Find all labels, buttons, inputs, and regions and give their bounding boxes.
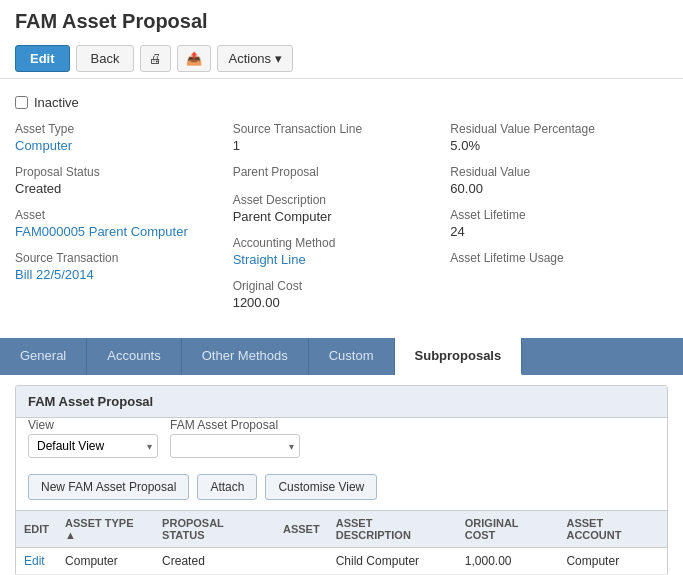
subproposals-table: EDIT ASSET TYPE ▲ PROPOSAL STATUS ASSET … xyxy=(16,510,667,575)
residual-value-pct-label: Residual Value Percentage xyxy=(450,122,658,136)
asset-type-group: Asset Type Computer xyxy=(15,118,233,161)
asset-type-value[interactable]: Computer xyxy=(15,138,72,153)
export-button-top[interactable]: 📤 xyxy=(177,45,211,72)
fam-select-wrap: ▾ xyxy=(170,434,300,458)
col-header-asset-description: ASSET DESCRIPTION xyxy=(328,511,457,548)
asset-lifetime-label: Asset Lifetime xyxy=(450,208,658,222)
fam-field: FAM Asset Proposal ▾ xyxy=(170,418,300,458)
asset-value[interactable]: FAM000005 Parent Computer xyxy=(15,224,188,239)
view-row: View Default View ▾ FAM Asset Proposal ▾ xyxy=(16,418,667,468)
tab-subproposals[interactable]: Subproposals xyxy=(395,338,523,375)
default-view-wrap: Default View ▾ xyxy=(28,434,158,458)
asset-description-group: Asset Description Parent Computer xyxy=(233,189,451,232)
col-header-original-cost: ORIGINAL COST xyxy=(457,511,559,548)
table-cell-proposal_status: Created xyxy=(154,548,275,575)
accounting-method-group: Accounting Method Straight Line xyxy=(233,232,451,275)
proposal-status-label: Proposal Status xyxy=(15,165,223,179)
asset-label: Asset xyxy=(15,208,223,222)
parent-proposal-group: Parent Proposal xyxy=(233,161,451,189)
asset-lifetime-value: 24 xyxy=(450,224,658,239)
accounting-method-value[interactable]: Straight Line xyxy=(233,252,306,267)
table-cell-asset_type: Computer xyxy=(57,548,154,575)
inactive-label: Inactive xyxy=(34,95,79,110)
attach-button[interactable]: Attach xyxy=(197,474,257,500)
actions-button-top[interactable]: Actions ▾ xyxy=(217,45,293,72)
actions-label: Actions xyxy=(228,51,271,66)
col-header-asset: ASSET xyxy=(275,511,328,548)
asset-lifetime-usage-label: Asset Lifetime Usage xyxy=(450,251,658,265)
page-title: FAM Asset Proposal xyxy=(0,0,683,39)
asset-lifetime-group: Asset Lifetime 24 xyxy=(450,204,668,247)
asset-description-label: Asset Description xyxy=(233,193,441,207)
table-cell-original_cost: 1,000.00 xyxy=(457,548,559,575)
form-section: Inactive Asset Type Computer Proposal St… xyxy=(0,79,683,330)
tab-custom[interactable]: Custom xyxy=(309,338,395,375)
original-cost-group: Original Cost 1200.00 xyxy=(233,275,451,318)
source-transaction-label: Source Transaction xyxy=(15,251,223,265)
original-cost-value: 1200.00 xyxy=(233,295,441,310)
col-header-asset-type[interactable]: ASSET TYPE ▲ xyxy=(57,511,154,548)
top-toolbar: Edit Back 🖨 📤 Actions ▾ xyxy=(0,39,683,79)
col-header-proposal-status: PROPOSAL STATUS xyxy=(154,511,275,548)
residual-value-label: Residual Value xyxy=(450,165,658,179)
fam-field-label: FAM Asset Proposal xyxy=(170,418,300,432)
inactive-checkbox[interactable] xyxy=(15,96,28,109)
print-button-top[interactable]: 🖨 xyxy=(140,45,171,72)
table-cell-asset_description: Child Computer xyxy=(328,548,457,575)
source-transaction-line-group: Source Transaction Line 1 xyxy=(233,118,451,161)
tab-general[interactable]: General xyxy=(0,338,87,375)
source-transaction-line-value: 1 xyxy=(233,138,441,153)
residual-value-value: 60.00 xyxy=(450,181,658,196)
col3: Residual Value Percentage 5.0% Residual … xyxy=(450,118,668,318)
parent-proposal-label: Parent Proposal xyxy=(233,165,441,179)
actions-chevron-icon: ▾ xyxy=(275,51,282,66)
col-header-edit: EDIT xyxy=(16,511,57,548)
asset-description-value: Parent Computer xyxy=(233,209,441,224)
source-transaction-group: Source Transaction Bill 22/5/2014 xyxy=(15,247,233,290)
source-transaction-line-label: Source Transaction Line xyxy=(233,122,441,136)
view-field: View Default View ▾ xyxy=(28,418,158,458)
source-transaction-value[interactable]: Bill 22/5/2014 xyxy=(15,267,94,282)
edit-button-top[interactable]: Edit xyxy=(15,45,70,72)
asset-type-label: Asset Type xyxy=(15,122,223,136)
new-fam-asset-proposal-button[interactable]: New FAM Asset Proposal xyxy=(28,474,189,500)
table-header-row: EDIT ASSET TYPE ▲ PROPOSAL STATUS ASSET … xyxy=(16,511,667,548)
residual-value-pct-group: Residual Value Percentage 5.0% xyxy=(450,118,668,161)
section-box: FAM Asset Proposal View Default View ▾ F… xyxy=(15,385,668,575)
fam-asset-proposal-select[interactable] xyxy=(170,434,300,458)
tabs-bar: General Accounts Other Methods Custom Su… xyxy=(0,338,683,375)
default-view-select[interactable]: Default View xyxy=(28,434,158,458)
residual-value-pct-value: 5.0% xyxy=(450,138,658,153)
residual-value-group: Residual Value 60.00 xyxy=(450,161,668,204)
customise-view-button[interactable]: Customise View xyxy=(265,474,377,500)
section-box-title: FAM Asset Proposal xyxy=(16,386,667,418)
col2: Source Transaction Line 1 Parent Proposa… xyxy=(233,118,451,318)
table-cell-asset xyxy=(275,548,328,575)
tab-other-methods[interactable]: Other Methods xyxy=(182,338,309,375)
accounting-method-label: Accounting Method xyxy=(233,236,441,250)
proposal-status-value: Created xyxy=(15,181,223,196)
col-header-asset-account: ASSET ACCOUNT xyxy=(558,511,667,548)
table-cell-asset_account: Computer xyxy=(558,548,667,575)
table-edit-link[interactable]: Edit xyxy=(24,554,45,568)
view-field-label: View xyxy=(28,418,158,432)
subproposals-section: FAM Asset Proposal View Default View ▾ F… xyxy=(0,375,683,575)
inactive-row: Inactive xyxy=(15,91,668,118)
table-row: EditComputerCreatedChild Computer1,000.0… xyxy=(16,548,667,575)
action-buttons: New FAM Asset Proposal Attach Customise … xyxy=(16,468,667,510)
proposal-status-group: Proposal Status Created xyxy=(15,161,233,204)
asset-group: Asset FAM000005 Parent Computer xyxy=(15,204,233,247)
back-button-top[interactable]: Back xyxy=(76,45,135,72)
tab-accounts[interactable]: Accounts xyxy=(87,338,181,375)
asset-lifetime-usage-group: Asset Lifetime Usage xyxy=(450,247,668,275)
col1: Asset Type Computer Proposal Status Crea… xyxy=(15,118,233,318)
original-cost-label: Original Cost xyxy=(233,279,441,293)
